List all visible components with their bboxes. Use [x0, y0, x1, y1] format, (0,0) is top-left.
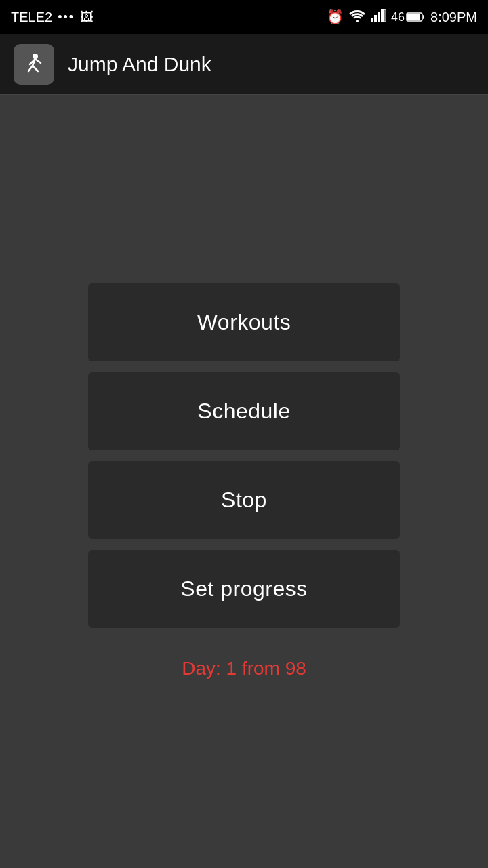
image-icon: 🖼 [80, 9, 94, 25]
status-bar: TELE2 ••• 🖼 ⏰ 46 [0, 0, 488, 34]
stop-button[interactable]: Stop [88, 461, 400, 539]
svg-rect-3 [378, 12, 380, 22]
svg-point-0 [356, 20, 359, 22]
app-title: Jump And Dunk [68, 53, 211, 76]
svg-rect-1 [371, 18, 373, 22]
battery-level: 46 [391, 10, 405, 24]
alarm-icon: ⏰ [327, 9, 344, 25]
signal-bars-icon [371, 9, 386, 25]
buttons-container: Workouts Schedule Stop Set progress [88, 283, 400, 628]
carrier-label: TELE2 [11, 9, 52, 25]
battery-indicator: 46 [391, 10, 425, 24]
set-progress-button[interactable]: Set progress [88, 550, 400, 628]
svg-line-12 [33, 66, 38, 71]
schedule-button[interactable]: Schedule [88, 372, 400, 450]
progress-text: Day: 1 from 98 [182, 658, 306, 679]
svg-line-13 [35, 59, 41, 63]
app-icon [14, 44, 54, 85]
svg-rect-2 [374, 15, 377, 22]
status-time: 8:09PM [430, 9, 477, 25]
svg-rect-5 [384, 9, 386, 22]
wifi-icon [349, 9, 365, 25]
svg-rect-4 [381, 9, 384, 22]
signal-dots: ••• [58, 10, 75, 24]
status-bar-left: TELE2 ••• 🖼 [11, 9, 94, 25]
svg-rect-7 [407, 14, 420, 20]
app-bar: Jump And Dunk [0, 34, 488, 95]
main-content: Workouts Schedule Stop Set progress Day:… [0, 95, 488, 868]
svg-line-11 [28, 66, 33, 71]
status-bar-right: ⏰ 46 8:09P [327, 9, 477, 25]
workouts-button[interactable]: Workouts [88, 283, 400, 361]
svg-rect-8 [423, 15, 424, 19]
